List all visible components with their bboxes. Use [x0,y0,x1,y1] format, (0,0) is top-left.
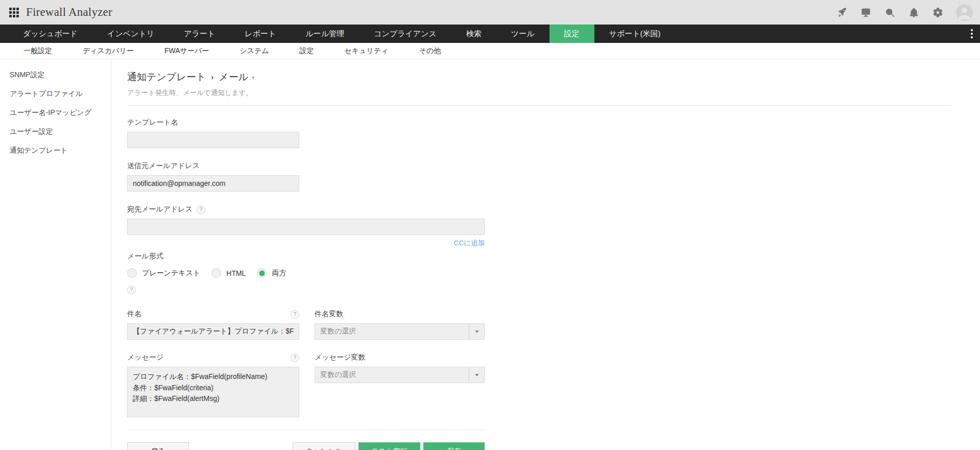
chevron-right-icon: › [211,73,213,81]
email-template-form: テンプレート名 送信元メールアドレス 宛先メールアドレス ? CCに追加 [127,118,485,450]
message-vars-select[interactable]: 変数の選択 [315,367,485,383]
breadcrumb-parent[interactable]: 通知テンプレート [127,70,206,84]
subnav-discovery[interactable]: ディスカバリー [67,46,149,56]
subject-label: 件名 ? [127,310,299,319]
nav-tools[interactable]: ツール [496,25,549,43]
app-title: Firewall Analyzer [26,6,112,19]
help-icon[interactable]: ? [197,205,205,214]
sidebar-item-user-settings[interactable]: ユーザー設定 [0,122,111,141]
radio-icon [257,268,267,278]
app-grid-icon[interactable] [9,8,19,17]
message-label: メッセージ ? [127,353,299,362]
chevron-down-icon [469,367,484,383]
message-textarea[interactable]: プロファイル名：$FwaField(profileName) 条件：$FwaFi… [127,367,299,417]
subnav-system[interactable]: システム [224,46,284,56]
help-icon[interactable]: ? [291,353,299,362]
add-cc-link[interactable]: CCに追加 [454,239,485,247]
nav-alerts[interactable]: アラート [169,25,230,43]
nav-support[interactable]: サポート(米国) [594,25,676,43]
back-button[interactable]: 戻る [127,442,189,450]
breadcrumb: 通知テンプレート › メール ▾ [127,70,951,84]
sidebar-item-username-ip-mapping[interactable]: ユーザー名-IPマッピング [0,103,111,122]
subject-vars-label: 件名変数 [315,310,485,319]
subject-vars-select[interactable]: 変数の選択 [315,323,485,340]
save-button[interactable]: 保存 [423,442,485,450]
page: Firewall Analyzer ダッシュボード インベ [0,0,980,450]
help-icon[interactable]: ? [291,310,299,319]
subnav-fwa-server[interactable]: FWAサーバー [149,46,224,56]
subnav-general-settings[interactable]: 一般設定 [8,46,67,56]
template-name-input[interactable] [127,132,299,148]
sub-nav: 一般設定 ディスカバリー FWAサーバー システム 設定 セキュリティ その他 [0,43,980,59]
breadcrumb-current-label: メール [219,70,248,84]
message-vars-label: メッセージ変数 [315,353,485,362]
nav-dashboard[interactable]: ダッシュボード [8,25,92,43]
chevron-down-icon: ▾ [252,75,254,80]
from-email-input[interactable] [127,175,299,192]
nav-rule-management[interactable]: ルール管理 [291,25,359,43]
topbar: Firewall Analyzer [0,0,980,25]
radio-both[interactable]: 両方 [257,268,286,278]
presentation-play-icon[interactable] [860,7,871,18]
radio-plain-text[interactable]: プレーンテキスト [127,268,200,278]
nav-inventory[interactable]: インベントリ [92,25,169,43]
gear-icon[interactable] [932,7,943,18]
to-email-input[interactable] [127,219,485,235]
subnav-settings[interactable]: 設定 [284,46,329,56]
radio-html[interactable]: HTML [211,268,246,278]
user-avatar[interactable] [956,4,973,21]
radio-icon [127,268,137,278]
more-menu-icon[interactable] [969,27,975,40]
sidebar-item-notification-templates[interactable]: 通知テンプレート [0,141,111,160]
mail-format-radio-group: プレーンテキスト HTML 両方 [127,268,485,278]
mail-format-label: メール形式 [127,252,485,261]
rocket-icon[interactable] [836,7,847,18]
form-footer: 戻る キャンセル テスト実行 保存 [127,430,485,450]
main-nav: ダッシュボード インベントリ アラート レポート ルール管理 コンプライアンス … [0,25,980,43]
help-icon[interactable]: ? [127,286,136,294]
subject-input[interactable] [127,323,299,340]
nav-compliance[interactable]: コンプライアンス [359,25,451,43]
from-email-label: 送信元メールアドレス [127,161,485,171]
sidebar-item-alert-profiles[interactable]: アラートプロファイル [0,84,111,103]
search-icon[interactable] [884,7,895,18]
template-name-label: テンプレート名 [127,118,485,127]
breadcrumb-current-dropdown[interactable]: メール ▾ [219,70,254,84]
nav-reports[interactable]: レポート [230,25,291,43]
chevron-down-icon [469,324,484,339]
test-run-button[interactable]: テスト実行 [358,442,420,450]
radio-icon [211,268,221,278]
nav-search[interactable]: 検索 [451,25,496,43]
bell-icon[interactable] [908,7,919,18]
subnav-others[interactable]: その他 [404,46,457,56]
cancel-button[interactable]: キャンセル [293,442,355,450]
page-subtitle: アラート発生時、メールで通知します。 [127,88,951,98]
to-email-label: 宛先メールアドレス ? [127,205,485,214]
title-divider [127,105,951,106]
settings-sidebar: SNMP設定 アラートプロファイル ユーザー名-IPマッピング ユーザー設定 通… [0,59,111,449]
subnav-security[interactable]: セキュリティ [329,46,404,56]
nav-settings[interactable]: 設定 [549,25,594,43]
sidebar-item-snmp-settings[interactable]: SNMP設定 [0,65,111,84]
main-content: 通知テンプレート › メール ▾ アラート発生時、メールで通知します。 テンプレ… [111,59,980,449]
